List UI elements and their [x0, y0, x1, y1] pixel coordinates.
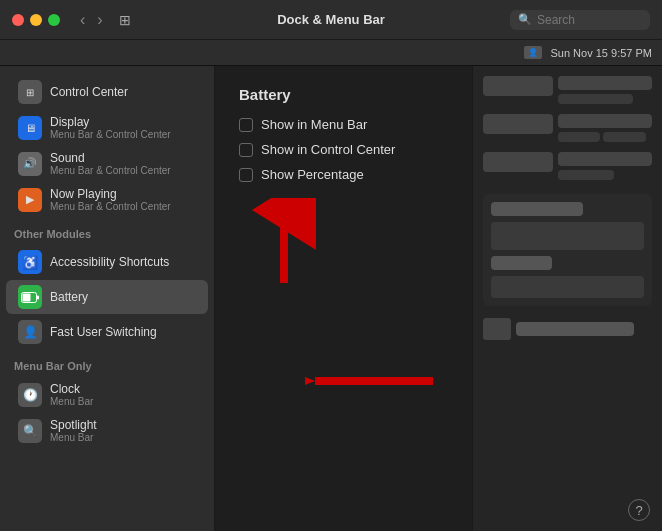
clock-icon: 🕐	[18, 383, 42, 407]
sidebar-item-battery[interactable]: Battery	[6, 280, 208, 314]
spotlight-sublabel: Menu Bar	[50, 432, 97, 443]
now-playing-label: Now Playing	[50, 187, 171, 201]
content-wrapper: Battery Show in Menu Bar Show in Control…	[215, 66, 662, 531]
sidebar-item-sound[interactable]: 🔊 Sound Menu Bar & Control Center	[6, 146, 208, 181]
battery-icon	[18, 285, 42, 309]
now-playing-icon: ▶	[18, 188, 42, 212]
maximize-button[interactable]	[48, 14, 60, 26]
settings-area: Battery Show in Menu Bar Show in Control…	[215, 66, 472, 531]
titlebar: ‹ › ⊞ Dock & Menu Bar 🔍	[0, 0, 662, 40]
preview-block	[483, 318, 511, 340]
main-layout: ⊞ Control Center 🖥 Display Menu Bar & Co…	[0, 66, 662, 531]
spotlight-label: Spotlight	[50, 418, 97, 432]
show-in-control-center-checkbox[interactable]	[239, 143, 253, 157]
show-in-menu-bar-label: Show in Menu Bar	[261, 117, 367, 132]
preview-footer-row	[483, 318, 652, 340]
preview-row-2	[483, 114, 652, 142]
show-in-control-center-label: Show in Control Center	[261, 142, 395, 157]
preview-block	[603, 132, 645, 142]
control-center-icon: ⊞	[18, 80, 42, 104]
sidebar: ⊞ Control Center 🖥 Display Menu Bar & Co…	[0, 66, 215, 531]
nav-buttons: ‹ ›	[76, 9, 107, 31]
help-button[interactable]: ?	[628, 499, 650, 521]
show-in-menu-bar-row: Show in Menu Bar	[239, 117, 448, 132]
search-icon: 🔍	[518, 13, 532, 26]
sidebar-item-clock[interactable]: 🕐 Clock Menu Bar	[6, 377, 208, 412]
grid-icon: ⊞	[119, 12, 131, 28]
preview-block	[558, 76, 652, 90]
back-button[interactable]: ‹	[76, 9, 89, 31]
svg-rect-2	[37, 295, 39, 299]
settings-title: Battery	[239, 86, 448, 103]
sidebar-item-display[interactable]: 🖥 Display Menu Bar & Control Center	[6, 110, 208, 145]
fast-user-switching-icon: 👤	[18, 320, 42, 344]
search-input[interactable]	[537, 13, 642, 27]
display-sublabel: Menu Bar & Control Center	[50, 129, 171, 140]
display-icon: 🖥	[18, 116, 42, 140]
preview-block	[558, 132, 600, 142]
clock-label: Clock	[50, 382, 93, 396]
preview-block	[491, 202, 583, 216]
sidebar-item-spotlight[interactable]: 🔍 Spotlight Menu Bar	[6, 413, 208, 448]
preview-block	[491, 256, 552, 270]
accessibility-icon: ♿	[18, 250, 42, 274]
preview-block	[491, 276, 644, 298]
show-in-control-center-row: Show in Control Center	[239, 142, 448, 157]
battery-label: Battery	[50, 290, 88, 304]
search-box[interactable]: 🔍	[510, 10, 650, 30]
sidebar-item-accessibility-shortcuts[interactable]: ♿ Accessibility Shortcuts	[6, 245, 208, 279]
traffic-lights	[12, 14, 60, 26]
show-percentage-label: Show Percentage	[261, 167, 364, 182]
menubar-strip: 👤 Sun Nov 15 9:57 PM	[0, 40, 662, 66]
close-button[interactable]	[12, 14, 24, 26]
svg-rect-1	[23, 293, 31, 301]
other-modules-header: Other Modules	[0, 218, 214, 244]
show-percentage-row: Show Percentage	[239, 167, 448, 182]
preview-block	[558, 170, 614, 180]
preview-panel	[472, 66, 662, 531]
fast-user-switching-label: Fast User Switching	[50, 325, 157, 339]
accessibility-shortcuts-label: Accessibility Shortcuts	[50, 255, 169, 269]
now-playing-sublabel: Menu Bar & Control Center	[50, 201, 171, 212]
preview-block	[491, 222, 644, 250]
show-in-menu-bar-checkbox[interactable]	[239, 118, 253, 132]
sidebar-item-now-playing[interactable]: ▶ Now Playing Menu Bar & Control Center	[6, 182, 208, 217]
menubar-time: Sun Nov 15 9:57 PM	[550, 47, 652, 59]
preview-row-3	[483, 152, 652, 180]
preview-card	[483, 194, 652, 306]
up-arrow-indicator	[249, 198, 448, 292]
menubar-user-icon: 👤	[524, 46, 542, 59]
control-center-label: Control Center	[50, 85, 128, 99]
preview-block	[483, 76, 553, 96]
preview-block	[558, 94, 633, 104]
sound-label: Sound	[50, 151, 171, 165]
preview-block	[483, 114, 553, 134]
preview-block	[558, 152, 652, 166]
minimize-button[interactable]	[30, 14, 42, 26]
preview-block	[483, 152, 553, 172]
forward-button[interactable]: ›	[93, 9, 106, 31]
sound-icon: 🔊	[18, 152, 42, 176]
spotlight-icon: 🔍	[18, 419, 42, 443]
show-percentage-checkbox[interactable]	[239, 168, 253, 182]
preview-block	[558, 114, 652, 128]
sidebar-item-fast-user-switching[interactable]: 👤 Fast User Switching	[6, 315, 208, 349]
display-label: Display	[50, 115, 171, 129]
menu-bar-only-header: Menu Bar Only	[0, 350, 214, 376]
preview-block	[516, 322, 634, 336]
clock-sublabel: Menu Bar	[50, 396, 93, 407]
sidebar-item-control-center[interactable]: ⊞ Control Center	[6, 75, 208, 109]
sound-sublabel: Menu Bar & Control Center	[50, 165, 171, 176]
preview-row-1	[483, 76, 652, 104]
titlebar-title: Dock & Menu Bar	[277, 12, 385, 27]
